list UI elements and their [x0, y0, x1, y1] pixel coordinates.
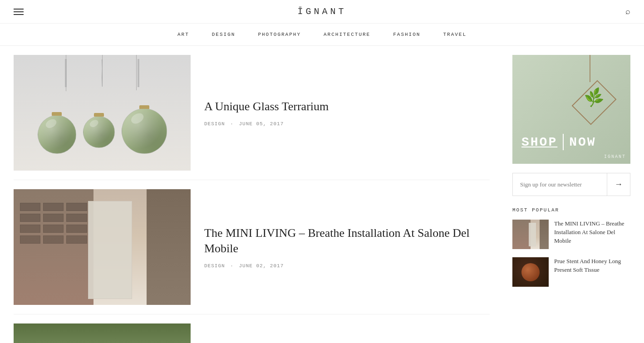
popular-item-text: Prue Stent And Honey Long Present Soft T…	[554, 257, 630, 274]
nav-item-architecture[interactable]: ARCHITECTURE	[324, 32, 370, 37]
popular-item[interactable]: The MINI LIVING – Breathe Installation A…	[512, 220, 630, 249]
main-container: A Unique Glass Terrarium Design · June 0…	[0, 46, 644, 343]
most-popular-section: MOST POPULAR The MINI LIVING – Breathe I…	[512, 207, 630, 287]
articles-column: A Unique Glass Terrarium Design · June 0…	[0, 46, 503, 343]
sidebar-ad[interactable]: 🌿 SHOP NOW IGNANT	[512, 55, 630, 164]
nav-item-travel[interactable]: TRAVEL	[443, 32, 467, 37]
article-title[interactable]: A Unique Glass Terrarium	[204, 99, 476, 114]
menu-icon[interactable]	[14, 9, 24, 15]
popular-thumb-image	[512, 257, 549, 287]
meta-dot: ·	[230, 263, 234, 269]
article-card: The MINI LIVING – Breathe Installation A…	[14, 180, 490, 314]
popular-item[interactable]: Prue Stent And Honey Long Present Soft T…	[512, 257, 630, 287]
now-text: NOW	[569, 135, 596, 149]
sidebar: 🌿 SHOP NOW IGNANT → MOST POPULAR	[503, 46, 644, 343]
header: ĪGNANT ⌕	[0, 0, 644, 24]
popular-thumb	[512, 220, 549, 249]
ad-divider	[563, 134, 564, 150]
meta-dot: ·	[230, 121, 234, 127]
article-image[interactable]	[14, 323, 191, 343]
site-logo: ĪGNANT	[297, 6, 346, 17]
article-date: June 05, 2017	[239, 121, 284, 127]
search-icon[interactable]: ⌕	[625, 7, 630, 16]
honey-circle	[521, 263, 540, 281]
article-meta: Design · June 05, 2017	[204, 121, 476, 127]
popular-item-title: The MINI LIVING – Breathe Installation A…	[554, 220, 630, 245]
nav-item-fashion[interactable]: FASHION	[393, 32, 420, 37]
building-right	[147, 189, 191, 305]
newsletter-form: →	[512, 173, 630, 196]
article-card	[14, 314, 490, 343]
building-center	[88, 201, 133, 299]
ignant-watermark: IGNANT	[604, 154, 626, 159]
article-category: Design	[204, 263, 225, 269]
article-content: The MINI LIVING – Breathe Installation A…	[191, 216, 490, 278]
article-image[interactable]	[14, 189, 191, 305]
article-content: A Unique Glass Terrarium Design · June 0…	[191, 90, 490, 136]
newsletter-input[interactable]	[513, 173, 607, 196]
main-nav: ART DESIGN PHOTOGRAPHY ARCHITECTURE FASH…	[0, 24, 644, 46]
building-left	[14, 189, 93, 305]
article-card: A Unique Glass Terrarium Design · June 0…	[14, 46, 490, 180]
nav-item-art[interactable]: ART	[177, 32, 189, 37]
popular-item-text: The MINI LIVING – Breathe Installation A…	[554, 220, 630, 245]
article-date: June 02, 2017	[239, 263, 284, 269]
article-image[interactable]	[14, 55, 191, 171]
article-category: Design	[204, 121, 225, 127]
nav-item-photography[interactable]: PHOTOGRAPHY	[258, 32, 301, 37]
article-title[interactable]: The MINI LIVING – Breathe Installation A…	[204, 225, 476, 256]
newsletter-submit-button[interactable]: →	[607, 173, 630, 196]
shop-text: SHOP	[521, 135, 557, 149]
most-popular-title: MOST POPULAR	[512, 207, 630, 213]
popular-item-title: Prue Stent And Honey Long Present Soft T…	[554, 257, 630, 274]
popular-thumb	[512, 257, 549, 287]
article-meta: Design · June 02, 2017	[204, 263, 476, 269]
popular-thumb-image	[512, 220, 549, 249]
nav-item-design[interactable]: DESIGN	[212, 32, 236, 37]
